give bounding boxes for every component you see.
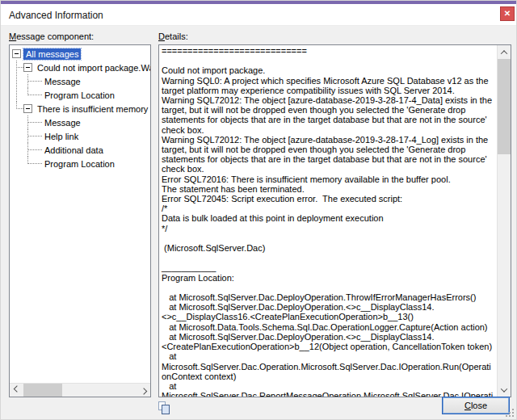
details-text: ============================ Could not i…: [159, 45, 497, 397]
scroll-right-button[interactable]: [137, 384, 150, 397]
tree-item-label: There is insufficient memory avai: [35, 103, 150, 115]
tree-collapse-icon[interactable]: [23, 104, 32, 113]
chevron-down-icon: [501, 385, 507, 392]
tree-item-label: Message: [42, 76, 83, 87]
copy-button[interactable]: [158, 401, 173, 415]
close-button[interactable]: Close: [442, 397, 510, 414]
details-scrollbar-thumb[interactable]: [498, 59, 511, 154]
tree-item[interactable]: All messages: [12, 47, 150, 61]
tree-item-label: Additional data: [42, 145, 106, 156]
chevron-right-icon: [140, 388, 146, 394]
tree-scrollbar-thumb[interactable]: [23, 384, 62, 397]
tree-item[interactable]: Help link: [27, 129, 150, 143]
tree-collapse-icon[interactable]: [12, 49, 21, 58]
tree-item[interactable]: Program Location: [27, 88, 150, 102]
tree-scrollbar-track[interactable]: [23, 384, 137, 397]
tree-collapse-icon[interactable]: [23, 63, 32, 72]
tree-item[interactable]: Program Location: [27, 157, 150, 170]
details-vertical-scrollbar[interactable]: [497, 45, 511, 397]
tree-item[interactable]: There is insufficient memory avai: [16, 102, 150, 116]
message-tree: All messagesCould not import package.War…: [12, 47, 150, 383]
scroll-left-button[interactable]: [10, 384, 23, 397]
tree-item-label: Program Location: [42, 90, 117, 101]
window-title: Advanced Information: [9, 10, 103, 21]
chevron-left-icon: [13, 385, 19, 392]
details-panel: ============================ Could not i…: [158, 44, 511, 397]
tree-item-label: Help link: [42, 131, 81, 142]
tree-horizontal-scrollbar[interactable]: [10, 383, 150, 397]
tree-item[interactable]: Additional data: [27, 143, 150, 157]
tree-item[interactable]: Could not import package.Warni: [16, 61, 150, 74]
resize-grip-icon[interactable]: [506, 409, 514, 417]
tree-item-label: Program Location: [42, 158, 117, 170]
tree-item[interactable]: Message: [27, 116, 150, 129]
message-component-label: Message component:: [9, 32, 94, 41]
tree-item-label: All messages: [23, 48, 81, 60]
tree-item-label: Message: [42, 117, 83, 128]
title-bar: Advanced Information: [1, 4, 516, 26]
message-tree-box: All messagesCould not import package.War…: [9, 44, 151, 397]
scroll-up-button[interactable]: [498, 45, 511, 59]
tree-item[interactable]: Message: [27, 74, 150, 88]
chevron-up-icon: [501, 50, 507, 57]
close-icon: ✕: [504, 9, 511, 18]
details-scrollbar-track[interactable]: [498, 59, 511, 383]
scroll-down-button[interactable]: [498, 383, 511, 397]
details-label: Details:: [158, 32, 188, 41]
close-window-button[interactable]: ✕: [500, 6, 515, 21]
tree-item-label: Could not import package.Warni: [35, 62, 150, 74]
